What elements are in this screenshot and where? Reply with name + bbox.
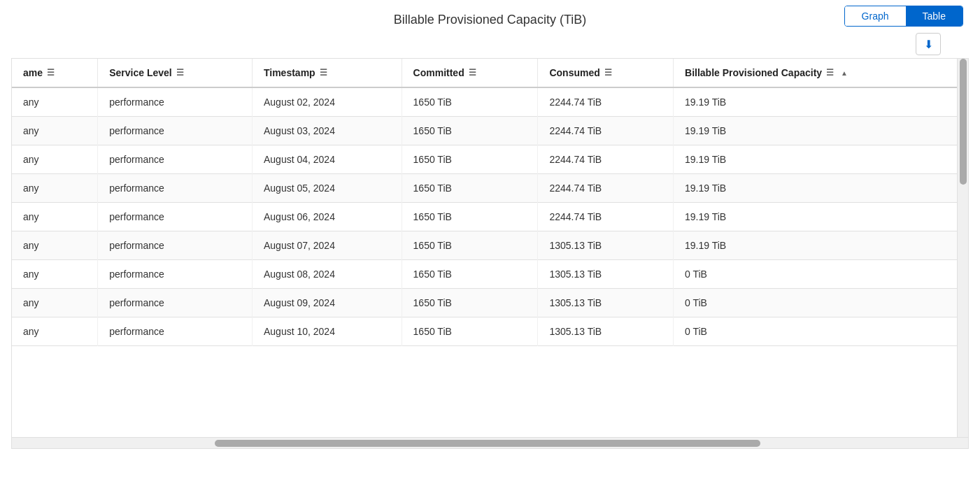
cell-timestamp: August 02, 2024: [252, 87, 402, 117]
col-consumed-filter-icon[interactable]: ☰: [604, 68, 612, 78]
col-service-level-label: Service Level: [109, 67, 172, 78]
table-header: ame ☰ Service Level ☰ Ti: [12, 59, 968, 87]
cell-consumed: 2244.74 TiB: [538, 87, 674, 117]
cell-name: any: [12, 117, 98, 145]
scrollbar-x-track[interactable]: [12, 437, 968, 448]
cell-consumed: 1305.13 TiB: [538, 289, 674, 317]
graph-toggle-button[interactable]: Graph: [845, 6, 906, 26]
table-row: anyperformanceAugust 03, 20241650 TiB224…: [12, 117, 968, 145]
cell-timestamp: August 05, 2024: [252, 174, 402, 203]
col-header-service-level[interactable]: Service Level ☰: [98, 59, 253, 87]
col-name-label: ame: [23, 67, 43, 78]
col-committed-label: Committed: [413, 67, 464, 78]
cell-service_level: performance: [98, 145, 253, 174]
cell-billable_provisioned_capacity: 19.19 TiB: [674, 231, 968, 260]
col-header-consumed[interactable]: Consumed ☰: [538, 59, 674, 87]
col-header-timestamp[interactable]: Timestamp ☰: [252, 59, 402, 87]
cell-name: any: [12, 87, 98, 117]
table-row: anyperformanceAugust 05, 20241650 TiB224…: [12, 174, 968, 203]
col-billable-filter-icon[interactable]: ☰: [826, 68, 834, 78]
col-header-billable[interactable]: Billable Provisioned Capacity ☰ ▲: [674, 59, 968, 87]
scrollbar-y-track[interactable]: [957, 59, 968, 437]
table-row: anyperformanceAugust 07, 20241650 TiB130…: [12, 231, 968, 260]
cell-billable_provisioned_capacity: 0 TiB: [674, 289, 968, 317]
cell-consumed: 1305.13 TiB: [538, 231, 674, 260]
table-body: anyperformanceAugust 02, 20241650 TiB224…: [12, 87, 968, 346]
cell-committed: 1650 TiB: [402, 231, 538, 260]
cell-committed: 1650 TiB: [402, 203, 538, 231]
cell-service_level: performance: [98, 231, 253, 260]
cell-service_level: performance: [98, 87, 253, 117]
col-header-name[interactable]: ame ☰: [12, 59, 98, 87]
col-committed-filter-icon[interactable]: ☰: [469, 68, 476, 78]
cell-service_level: performance: [98, 117, 253, 145]
download-button[interactable]: ⬇: [916, 33, 941, 55]
table-toggle-button[interactable]: Table: [906, 6, 963, 26]
data-table-container: ame ☰ Service Level ☰ Ti: [11, 58, 969, 449]
col-timestamp-label: Timestamp: [264, 67, 315, 78]
table-row: anyperformanceAugust 10, 20241650 TiB130…: [12, 317, 968, 346]
table-row: anyperformanceAugust 04, 20241650 TiB224…: [12, 145, 968, 174]
cell-billable_provisioned_capacity: 0 TiB: [674, 317, 968, 346]
cell-name: any: [12, 231, 98, 260]
data-table: ame ☰ Service Level ☰ Ti: [12, 59, 968, 346]
page-container: Graph Table Billable Provisioned Capacit…: [0, 0, 980, 479]
cell-service_level: performance: [98, 174, 253, 203]
cell-consumed: 2244.74 TiB: [538, 145, 674, 174]
cell-committed: 1650 TiB: [402, 174, 538, 203]
cell-service_level: performance: [98, 317, 253, 346]
cell-timestamp: August 10, 2024: [252, 317, 402, 346]
cell-service_level: performance: [98, 289, 253, 317]
cell-timestamp: August 04, 2024: [252, 145, 402, 174]
col-service-level-filter-icon[interactable]: ☰: [176, 68, 184, 78]
col-consumed-label: Consumed: [549, 67, 599, 78]
cell-consumed: 1305.13 TiB: [538, 317, 674, 346]
cell-service_level: performance: [98, 260, 253, 289]
cell-timestamp: August 06, 2024: [252, 203, 402, 231]
cell-name: any: [12, 317, 98, 346]
cell-committed: 1650 TiB: [402, 317, 538, 346]
table-scroll-y[interactable]: ame ☰ Service Level ☰ Ti: [12, 59, 968, 437]
cell-service_level: performance: [98, 203, 253, 231]
header-row: ame ☰ Service Level ☰ Ti: [12, 59, 968, 87]
cell-consumed: 1305.13 TiB: [538, 260, 674, 289]
cell-timestamp: August 08, 2024: [252, 260, 402, 289]
cell-name: any: [12, 145, 98, 174]
page-title: Billable Provisioned Capacity (TiB): [11, 13, 969, 27]
table-row: anyperformanceAugust 08, 20241650 TiB130…: [12, 260, 968, 289]
table-row: anyperformanceAugust 09, 20241650 TiB130…: [12, 289, 968, 317]
view-toggle-bar: Graph Table: [844, 6, 963, 27]
cell-billable_provisioned_capacity: 19.19 TiB: [674, 203, 968, 231]
cell-name: any: [12, 203, 98, 231]
cell-timestamp: August 07, 2024: [252, 231, 402, 260]
cell-name: any: [12, 174, 98, 203]
cell-committed: 1650 TiB: [402, 289, 538, 317]
cell-consumed: 2244.74 TiB: [538, 174, 674, 203]
cell-billable_provisioned_capacity: 0 TiB: [674, 260, 968, 289]
scrollbar-x-thumb[interactable]: [215, 440, 760, 447]
cell-timestamp: August 09, 2024: [252, 289, 402, 317]
cell-name: any: [12, 289, 98, 317]
col-timestamp-filter-icon[interactable]: ☰: [320, 68, 327, 78]
cell-consumed: 2244.74 TiB: [538, 203, 674, 231]
table-row: anyperformanceAugust 02, 20241650 TiB224…: [12, 87, 968, 117]
cell-name: any: [12, 260, 98, 289]
toolbar-row: ⬇: [11, 33, 969, 55]
cell-consumed: 2244.74 TiB: [538, 117, 674, 145]
cell-committed: 1650 TiB: [402, 260, 538, 289]
cell-committed: 1650 TiB: [402, 117, 538, 145]
col-billable-sort-icon[interactable]: ▲: [841, 69, 848, 77]
cell-billable_provisioned_capacity: 19.19 TiB: [674, 145, 968, 174]
col-name-filter-icon[interactable]: ☰: [47, 68, 55, 78]
cell-billable_provisioned_capacity: 19.19 TiB: [674, 117, 968, 145]
cell-billable_provisioned_capacity: 19.19 TiB: [674, 174, 968, 203]
cell-billable_provisioned_capacity: 19.19 TiB: [674, 87, 968, 117]
col-header-committed[interactable]: Committed ☰: [402, 59, 538, 87]
scrollbar-y-thumb[interactable]: [960, 59, 967, 185]
cell-committed: 1650 TiB: [402, 145, 538, 174]
table-row: anyperformanceAugust 06, 20241650 TiB224…: [12, 203, 968, 231]
col-billable-label: Billable Provisioned Capacity: [685, 67, 822, 78]
cell-timestamp: August 03, 2024: [252, 117, 402, 145]
cell-committed: 1650 TiB: [402, 87, 538, 117]
